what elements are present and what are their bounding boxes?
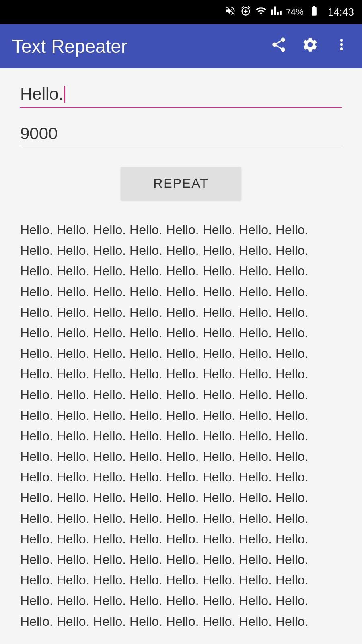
alarm-icon bbox=[240, 5, 251, 19]
output-section: Hello. Hello. Hello. Hello. Hello. Hello… bbox=[20, 220, 342, 640]
more-options-icon[interactable] bbox=[333, 36, 350, 57]
text-input-section: Hello. bbox=[20, 85, 342, 108]
status-icons: 74% 14:43 bbox=[225, 5, 354, 19]
share-icon[interactable] bbox=[270, 36, 287, 57]
app-title: Text Repeater bbox=[12, 35, 262, 57]
number-input-section: 9000 bbox=[20, 124, 342, 147]
signal-icon bbox=[271, 5, 282, 19]
repeat-button[interactable]: REPEAT bbox=[121, 167, 241, 200]
app-bar-icons bbox=[270, 36, 350, 57]
status-bar: 74% 14:43 bbox=[0, 0, 362, 24]
mute-icon bbox=[225, 5, 236, 19]
settings-icon[interactable] bbox=[302, 36, 319, 57]
main-content: Hello. 9000 REPEAT Hello. Hello. Hello. … bbox=[0, 68, 362, 644]
repeat-button-container: REPEAT bbox=[20, 167, 342, 200]
text-input-container: Hello. bbox=[20, 85, 342, 108]
wifi-icon bbox=[255, 5, 267, 19]
text-cursor bbox=[64, 86, 65, 103]
battery-pct: 74% bbox=[286, 7, 304, 17]
status-time: 14:43 bbox=[328, 6, 354, 19]
battery-icon bbox=[308, 5, 321, 19]
app-bar: Text Repeater bbox=[0, 24, 362, 68]
text-input-value: Hello. bbox=[20, 85, 63, 104]
number-input-value: 9000 bbox=[20, 124, 58, 143]
